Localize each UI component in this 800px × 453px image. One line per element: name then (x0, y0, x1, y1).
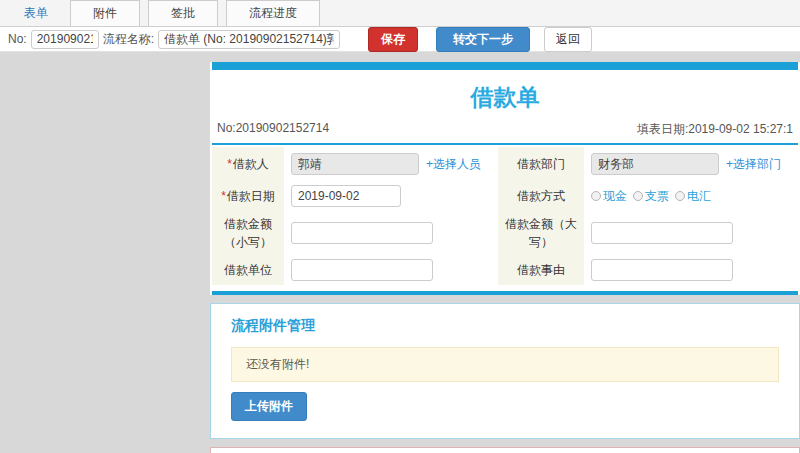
borrower-label: *借款人 (212, 147, 284, 181)
back-button[interactable]: 返回 (544, 27, 592, 52)
flow-name-label: 流程名称: (103, 31, 154, 48)
loan-date-label-text: 借款日期 (227, 187, 275, 205)
amount-small-input[interactable] (291, 222, 433, 244)
loan-reason-label: 借款事由 (498, 255, 584, 285)
radio-icon (633, 191, 643, 201)
amount-small-label-text: 借款金额（小写） (216, 215, 280, 251)
loan-method-radios: 现金 支票 电汇 (591, 188, 711, 205)
form-meta-divider (212, 143, 798, 145)
radio-icon (591, 191, 601, 201)
department-label-text: 借款部门 (517, 155, 565, 173)
loan-unit-field (284, 255, 498, 285)
loan-date-field (284, 181, 498, 211)
radio-cash[interactable]: 现金 (591, 188, 627, 205)
save-button[interactable]: 保存 (368, 27, 418, 52)
radio-cheque-label: 支票 (645, 188, 669, 205)
attachments-header: 流程附件管理 (231, 317, 779, 335)
amount-big-field (584, 211, 798, 255)
approval-panel: 流程签批意见 B I abc (210, 447, 800, 453)
forward-next-step-button[interactable]: 转交下一步 (436, 27, 530, 52)
loan-method-field: 现金 支票 电汇 (584, 181, 798, 211)
loan-form-panel: 借款单 No:20190902152714 填表日期:2019-09-02 15… (210, 62, 800, 295)
form-date-text: 填表日期:2019-09-02 15:27:1 (637, 121, 793, 138)
loan-reason-label-text: 借款事由 (517, 261, 565, 279)
command-bar: No: 流程名称: 保存 转交下一步 返回 (0, 27, 800, 52)
upload-attachment-button[interactable]: 上传附件 (231, 392, 307, 421)
form-meta-row: No:20190902152714 填表日期:2019-09-02 15:27:… (210, 121, 800, 143)
loan-method-label-text: 借款方式 (517, 187, 565, 205)
form-title: 借款单 (210, 82, 800, 113)
required-marker: * (227, 155, 232, 173)
workspace: 借款单 No:20190902152714 填表日期:2019-09-02 15… (0, 52, 800, 453)
tab-form[interactable]: 表单 (10, 0, 62, 26)
borrower-field: +选择人员 (284, 147, 498, 181)
radio-cash-label: 现金 (603, 188, 627, 205)
amount-small-field (284, 211, 498, 255)
required-marker: * (221, 187, 226, 205)
department-field: +选择部门 (584, 147, 798, 181)
form-no-text: No:20190902152714 (217, 121, 329, 138)
form-top-accent-bar (212, 62, 798, 70)
loan-form-grid: *借款人 +选择人员 借款部门 +选择部门 *借款日期 借款方式 (212, 147, 798, 285)
tab-bar: 表单 附件 签批 流程进度 (0, 0, 800, 27)
borrower-label-text: 借款人 (233, 155, 269, 173)
department-input[interactable] (591, 153, 719, 175)
amount-big-label: 借款金额（大写） (498, 211, 584, 255)
radio-wire-label: 电汇 (687, 188, 711, 205)
tab-attachments[interactable]: 附件 (70, 0, 140, 26)
loan-reason-input[interactable] (591, 259, 733, 281)
amount-big-input[interactable] (591, 222, 733, 244)
loan-unit-label-text: 借款单位 (224, 261, 272, 279)
amount-big-label-text: 借款金额（大写） (502, 215, 580, 251)
loan-unit-input[interactable] (291, 259, 433, 281)
loan-date-label: *借款日期 (212, 181, 284, 211)
select-person-link[interactable]: +选择人员 (426, 156, 481, 173)
tab-progress[interactable]: 流程进度 (226, 0, 320, 26)
loan-date-input[interactable] (291, 185, 401, 207)
amount-small-label: 借款金额（小写） (212, 211, 284, 255)
radio-wire[interactable]: 电汇 (675, 188, 711, 205)
attachments-panel: 流程附件管理 还没有附件! 上传附件 (210, 303, 800, 439)
loan-reason-field (584, 255, 798, 285)
flow-name-input[interactable] (158, 30, 340, 49)
form-bottom-accent-bar (212, 291, 798, 295)
radio-cheque[interactable]: 支票 (633, 188, 669, 205)
department-label: 借款部门 (498, 147, 584, 181)
tab-approval[interactable]: 签批 (148, 0, 218, 26)
loan-method-label: 借款方式 (498, 181, 584, 211)
borrower-input[interactable] (291, 153, 419, 175)
radio-icon (675, 191, 685, 201)
no-label: No: (8, 32, 27, 46)
loan-unit-label: 借款单位 (212, 255, 284, 285)
no-input[interactable] (31, 30, 99, 49)
select-department-link[interactable]: +选择部门 (726, 156, 781, 173)
no-attachments-alert: 还没有附件! (231, 347, 779, 382)
